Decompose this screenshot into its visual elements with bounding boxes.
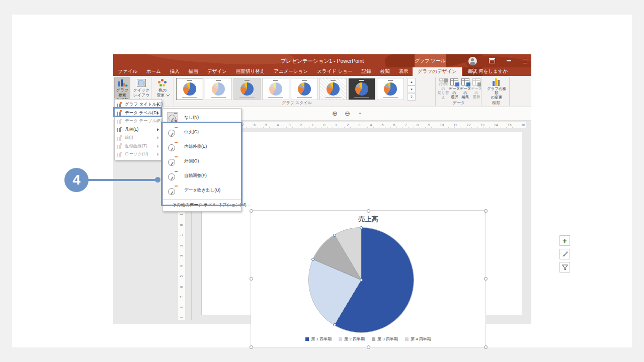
legend-swatch	[372, 337, 375, 341]
thumbnail-title-line	[359, 80, 364, 81]
tab-表示[interactable]: 表示	[394, 67, 413, 76]
ruler-number: 3	[358, 123, 360, 127]
tab-挿入[interactable]: 挿入	[166, 67, 184, 76]
selection-handle[interactable]	[250, 209, 253, 213]
legend-label: 第 3 四半期	[377, 336, 398, 342]
group-divider	[435, 77, 436, 106]
ruler-number: 3	[288, 123, 290, 127]
submenu-arrow-icon	[157, 136, 159, 139]
zoom-out-icon[interactable]: ⊖	[344, 110, 351, 117]
slice-handle[interactable]	[333, 234, 336, 237]
tab-アニメーション[interactable]: アニメーション	[269, 67, 312, 76]
chart-object[interactable]: 売上高 第 1 四半期第 2 四半期第 3 四半期第 4 四半期	[251, 210, 486, 347]
chart-styles-button[interactable]	[559, 249, 570, 259]
tab-画面切り替え[interactable]: 画面切り替え	[231, 67, 269, 76]
menu-item-5: 線(I)	[115, 134, 162, 142]
account-avatar[interactable]	[466, 54, 478, 67]
thumbnail-pie	[269, 82, 282, 96]
ruler-number: 4	[277, 123, 279, 127]
thumbnail-legend-line	[326, 97, 341, 98]
tell-me-box[interactable]: 何をしますか	[471, 67, 508, 76]
ruler-number: 15	[508, 123, 512, 127]
gallery-scroll-up-button[interactable]: ▲	[408, 78, 416, 85]
change-chart-type-icon	[493, 78, 501, 86]
ribbon-display-options-button[interactable]	[487, 54, 498, 67]
selection-handle[interactable]	[250, 277, 253, 281]
legend-swatch	[339, 337, 342, 341]
thumbnail-pie	[298, 82, 311, 96]
switch-row-column-icon	[439, 78, 447, 81]
thumbnail-legend-line	[354, 97, 369, 98]
ribbon-button-add-chart-element[interactable]: +グラフ要素 を追加	[114, 77, 130, 99]
select-data-icon	[450, 78, 458, 85]
step-callout-badge: 4	[64, 168, 89, 192]
submenu-arrow-icon	[157, 145, 159, 148]
slice-handle[interactable]	[360, 226, 363, 229]
thumbnail-title-line	[302, 80, 307, 81]
maximize-button[interactable]	[519, 54, 530, 67]
ruler-number: 8	[180, 306, 184, 308]
tab-ホーム[interactable]: ホーム	[142, 67, 166, 76]
slice-handle[interactable]	[333, 323, 336, 326]
lines-icon	[117, 135, 122, 141]
add-chart-element-icon: +	[118, 79, 127, 87]
chart-style-thumbnail-5[interactable]	[291, 78, 318, 100]
chevron-down-icon[interactable]: ▾	[356, 110, 364, 117]
tab-描画[interactable]: 描画	[184, 67, 203, 76]
legend-item[interactable]: 第 4 四半期	[405, 336, 431, 342]
tab-スライド ショー[interactable]: スライド ショー	[312, 67, 357, 76]
submenu-item-label: なし(N)	[184, 115, 199, 121]
thumbnail-title-line	[245, 80, 250, 81]
menu-item-7: ローソク(U)	[115, 150, 162, 159]
group-label-data: データ	[439, 100, 479, 106]
pie-center-handle[interactable]	[360, 279, 363, 282]
zoom-in-icon[interactable]: ⊕	[331, 110, 339, 117]
tab-グラフのデザイン[interactable]: グラフのデザイン	[413, 67, 462, 76]
chart-style-thumbnail-2[interactable]	[205, 78, 232, 100]
chart-style-thumbnail-6[interactable]	[319, 78, 347, 100]
chart-style-thumbnail-4[interactable]	[262, 78, 289, 100]
thumbnail-title-line	[331, 80, 336, 81]
chart-style-thumbnail-7[interactable]	[348, 78, 375, 100]
powerpoint-window: プレゼンテーション1 - PowerPoint グラフ ツール ファイルホーム挿…	[113, 54, 531, 324]
tab-ファイル[interactable]: ファイル	[113, 67, 142, 76]
group-label-type: 種類	[484, 100, 508, 106]
thumbnail-legend-line	[297, 97, 312, 98]
minimize-button[interactable]	[503, 54, 514, 67]
menu-item-4[interactable]: 凡例(L)	[115, 126, 162, 134]
tab-デザイン[interactable]: デザイン	[203, 67, 231, 76]
ruler-number: 0	[180, 224, 184, 226]
edit-data-button[interactable]: データの 編集	[459, 78, 471, 100]
change-chart-type-button[interactable]: グラフの種類 の変更	[486, 78, 508, 100]
gallery-scroll-down-button[interactable]: ▼	[408, 85, 416, 93]
chart-elements-button[interactable]: +	[559, 235, 570, 246]
chart-legend[interactable]: 第 1 四半期第 2 四半期第 3 四半期第 4 四半期	[251, 336, 486, 342]
chart-style-thumbnail-1[interactable]	[176, 78, 203, 100]
ribbon-button-quick-layout[interactable]: クイック レイアウト	[131, 77, 151, 99]
chart-title[interactable]: 売上高	[251, 215, 486, 224]
legend-item[interactable]: 第 3 四半期	[372, 336, 398, 342]
select-data-button[interactable]: データの 選択	[448, 78, 460, 100]
legend-item[interactable]: 第 1 四半期	[305, 336, 332, 342]
tab-校閲[interactable]: 校閲	[376, 67, 394, 76]
slide-canvas[interactable]: 売上高 第 1 四半期第 2 四半期第 3 四半期第 4 四半期 +	[201, 132, 522, 315]
thumbnail-pie	[212, 82, 225, 96]
tab-記録[interactable]: 記録	[357, 67, 376, 76]
selection-handle[interactable]	[484, 209, 488, 213]
legend-item[interactable]: 第 2 四半期	[339, 336, 365, 342]
selection-handle[interactable]	[484, 277, 488, 281]
selection-handle[interactable]	[250, 345, 253, 349]
gallery-more-button[interactable]: ⊽	[408, 93, 416, 101]
step-number: 4	[72, 172, 80, 188]
tell-me-label: 何をしますか	[478, 68, 508, 75]
selection-handle[interactable]	[367, 345, 370, 349]
ribbon-button-change-colors[interactable]: 色の 変更	[152, 77, 173, 99]
ruler-number: 7	[405, 123, 407, 127]
chart-style-thumbnail-8[interactable]	[377, 78, 404, 100]
chart-style-thumbnail-3[interactable]	[233, 78, 261, 100]
chart-filters-button[interactable]	[559, 262, 570, 273]
selection-handle[interactable]	[367, 209, 370, 213]
thumbnail-legend-line	[211, 97, 226, 98]
ruler-number: 1	[180, 214, 184, 216]
selection-handle[interactable]	[484, 345, 488, 349]
